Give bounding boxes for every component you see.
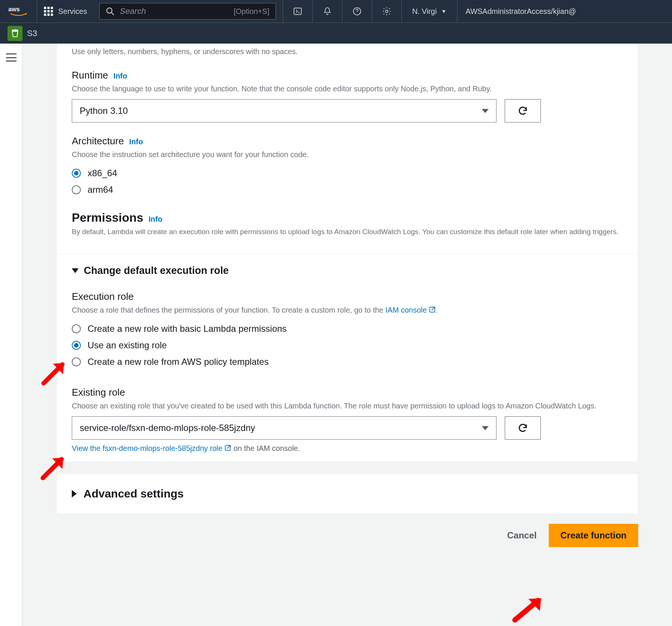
view-role-link[interactable]: View the fsxn-demo-mlops-role-585jzdny r… [72,444,222,452]
topnav-icons [283,0,402,23]
refresh-icon [518,423,528,433]
existingrole-label: Existing role [72,387,125,398]
cloudshell-icon [293,6,303,16]
chevron-down-icon [482,109,489,113]
architecture-help: Choose the instruction set architecture … [72,149,623,160]
execution-role-section: Execution role Choose a role that define… [57,277,638,379]
execrole-radio-template[interactable]: Create a new role from AWS policy templa… [72,354,623,370]
execrole-option-2: Create a new role from AWS policy templa… [88,357,269,367]
cloudshell-button[interactable] [283,0,313,23]
execrole-option-1: Use an existing role [88,340,167,351]
search-shortcut: [Option+S] [234,7,269,16]
settings-button[interactable] [372,0,402,23]
service-subnav: S3 [0,23,672,44]
runtime-label: Runtime [72,70,108,81]
architecture-info-link[interactable]: Info [129,138,143,146]
advanced-title: Advanced settings [83,487,184,500]
role-label[interactable]: AWSAdministratorAccess/kjian@ [457,0,584,23]
permissions-desc: By default, Lambda will create an execut… [72,228,623,236]
help-icon [352,6,362,16]
bucket-icon [10,29,20,38]
runtime-help: Choose the language to use to write your… [72,83,623,94]
subnav-label: S3 [27,29,37,38]
existingrole-help: Choose an existing role that you've crea… [72,401,623,411]
aws-logo[interactable]: aws [0,5,37,17]
gear-icon [382,6,392,16]
svg-text:aws: aws [8,6,20,12]
svg-point-5 [385,10,388,13]
svg-line-2 [111,12,114,15]
caret-down-icon [72,268,79,273]
permissions-section: Permissions Info By default, Lambda will… [57,207,638,254]
caret-right-icon [72,490,77,497]
arch-option-1: arm64 [88,184,113,195]
iam-console-link[interactable]: IAM console [386,306,427,314]
refresh-icon [518,106,528,116]
runtime-section: Runtime Info Choose the language to use … [57,66,638,132]
runtime-refresh-button[interactable] [505,99,541,122]
expander-title: Change default execution role [84,265,229,277]
side-rail [0,44,23,626]
chevron-down-icon [482,426,489,430]
notifications-button[interactable] [313,0,342,23]
view-role-line: View the fsxn-demo-mlops-role-585jzdny r… [72,444,623,453]
chevron-down-icon: ▼ [441,8,446,14]
execrole-radio-new-basic[interactable]: Create a new role with basic Lambda perm… [72,321,623,337]
cancel-button[interactable]: Cancel [506,526,538,544]
bell-icon [322,6,332,16]
create-function-button[interactable]: Create function [549,524,638,547]
change-role-expander[interactable]: Change default execution role [57,254,638,277]
architecture-label: Architecture [72,135,124,147]
external-link-icon [428,306,436,313]
region-account-menu[interactable]: N. Virgi ▼ [402,0,457,23]
svg-point-1 [107,8,112,13]
radio-icon [72,357,81,366]
runtime-value: Python 3.10 [80,106,128,116]
sidebar-toggle[interactable] [6,53,17,62]
view-role-suffix: on the IAM console. [233,444,300,452]
arch-option-0: x86_64 [88,168,117,178]
aws-logo-icon: aws [8,5,29,17]
form-actions: Cancel Create function [56,514,638,547]
existing-role-section: Existing role Choose an existing role th… [57,379,638,462]
search-placeholder: Search [120,6,146,16]
permissions-info-link[interactable]: Info [148,215,162,224]
execrole-label: Execution role [72,291,134,302]
help-button[interactable] [342,0,372,23]
function-config-panel: Use only letters, numbers, hyphens, or u… [56,44,638,462]
arch-radio-x86[interactable]: x86_64 [72,165,623,181]
architecture-section: Architecture Info Choose the instruction… [57,132,638,207]
radio-icon [72,324,81,333]
s3-service-icon[interactable] [8,26,23,41]
execrole-help: Choose a role that defines the permissio… [72,305,623,315]
grid-icon [44,7,53,16]
search-icon [106,7,115,16]
existingrole-value: service-role/fsxn-demo-mlops-role-585jzd… [80,423,255,433]
execrole-radio-existing[interactable]: Use an existing role [72,337,623,354]
external-link-icon [224,444,232,452]
radio-icon [72,169,81,178]
existing-role-select[interactable]: service-role/fsxn-demo-mlops-role-585jzd… [72,416,496,440]
radio-icon [72,341,81,350]
name-hint: Use only letters, numbers, hyphens, or u… [57,44,638,66]
search-input[interactable]: Search [Option+S] [99,3,276,20]
services-menu[interactable]: Services [37,0,94,23]
existingrole-refresh-button[interactable] [505,416,541,440]
arch-radio-arm64[interactable]: arm64 [72,181,623,198]
execrole-option-0: Create a new role with basic Lambda perm… [88,324,287,334]
runtime-info-link[interactable]: Info [114,72,127,80]
permissions-heading: Permissions [72,211,143,225]
radio-icon [72,185,81,194]
account-label: N. Virgi [412,7,437,16]
runtime-select[interactable]: Python 3.10 [72,99,496,122]
top-nav: aws Services Search [Option+S] [0,0,672,23]
advanced-settings-expander[interactable]: Advanced settings [56,473,638,514]
services-label: Services [58,7,87,16]
